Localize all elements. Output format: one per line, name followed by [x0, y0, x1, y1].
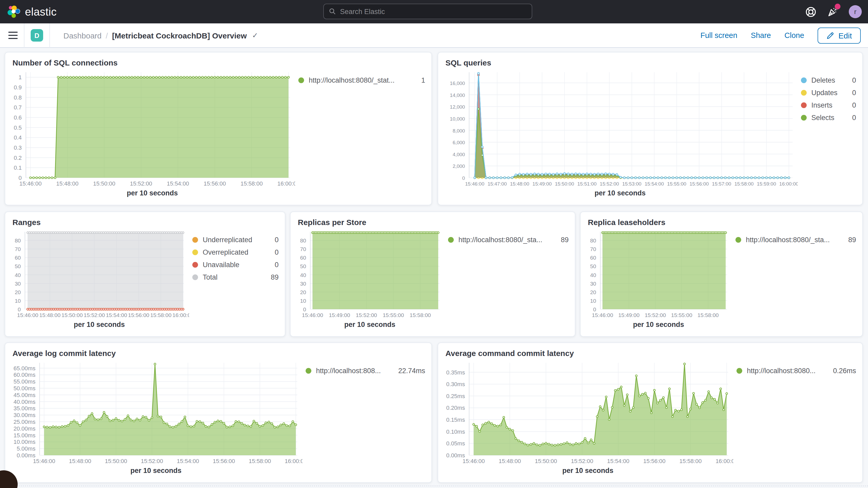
panel-average-command-commit-latency: Average command commit latency 0.00ms0.0… — [438, 342, 863, 483]
legend-label: http://localhost:8080/_stat... — [309, 77, 395, 84]
chart-legend: http://localhost:8080/_stat...1 — [295, 68, 425, 200]
svg-text:0.2: 0.2 — [14, 155, 22, 161]
legend-series-dot-icon — [298, 78, 304, 83]
svg-text:15:54:00: 15:54:00 — [106, 312, 127, 318]
svg-text:15.00ms: 15.00ms — [13, 432, 35, 439]
svg-text:15:54:00: 15:54:00 — [177, 458, 199, 464]
legend-value: 89 — [843, 236, 856, 244]
menu-icon[interactable] — [8, 32, 18, 39]
svg-text:15:48:00: 15:48:00 — [56, 180, 79, 187]
svg-text:40.00ms: 40.00ms — [13, 399, 35, 405]
global-search[interactable] — [323, 4, 532, 19]
svg-text:30: 30 — [300, 281, 306, 286]
panel-title[interactable]: SQL queries — [438, 53, 862, 68]
notifications-icon[interactable] — [827, 6, 838, 18]
legend-item[interactable]: Updates0 — [801, 89, 856, 97]
svg-text:0.3: 0.3 — [14, 145, 22, 151]
legend-item[interactable]: http://localhost:8080/_sta...89 — [448, 236, 569, 244]
legend-item[interactable]: http://localhost:8080/_stat...1 — [298, 77, 425, 84]
legend-item[interactable]: http://localhost:808...22.74ms — [306, 367, 425, 375]
legend-item[interactable]: Deletes0 — [801, 77, 856, 84]
user-avatar[interactable]: r — [849, 5, 862, 18]
svg-text:0.5: 0.5 — [14, 124, 22, 131]
svg-text:15:58:00: 15:58:00 — [735, 181, 754, 187]
edit-button[interactable]: Edit — [817, 27, 861, 43]
svg-text:15:48:00: 15:48:00 — [39, 312, 61, 318]
svg-text:15:46:00: 15:46:00 — [463, 458, 485, 464]
legend-item[interactable]: Selects0 — [801, 114, 856, 122]
svg-text:15:48:00: 15:48:00 — [510, 181, 529, 187]
x-axis-title: per 10 seconds — [9, 188, 295, 200]
panel-title[interactable]: Replicas per Store — [290, 212, 575, 227]
panel-title[interactable]: Replica leaseholders — [581, 212, 862, 227]
svg-text:20: 20 — [300, 289, 306, 295]
svg-text:10: 10 — [15, 298, 21, 304]
svg-text:15:48:00: 15:48:00 — [499, 458, 521, 464]
svg-text:12,000: 12,000 — [450, 104, 465, 110]
toolbar-actions: Full screen Share Clone Edit — [701, 27, 868, 43]
x-axis-title: per 10 seconds — [442, 466, 733, 477]
svg-text:70: 70 — [300, 246, 306, 252]
chart-ranges: 0102030405060708015:46:0015:48:0015:50:0… — [9, 227, 189, 319]
panel-title[interactable]: Average command commit latency — [438, 343, 862, 359]
svg-text:16,000: 16,000 — [450, 81, 465, 86]
top-right-controls: r — [805, 0, 862, 23]
svg-text:15:49:00: 15:49:00 — [329, 312, 350, 318]
legend-item[interactable]: Inserts0 — [801, 101, 856, 109]
legend-series-dot-icon — [736, 237, 741, 243]
svg-text:0.10ms: 0.10ms — [446, 428, 465, 435]
svg-text:16:00:00: 16:00:00 — [285, 458, 303, 464]
legend-value: 0 — [847, 114, 856, 122]
full-screen-button[interactable]: Full screen — [701, 31, 737, 39]
search-input[interactable] — [340, 7, 527, 15]
svg-text:15:53:00: 15:53:00 — [622, 181, 641, 187]
panel-title[interactable]: Average log commit latency — [5, 343, 431, 359]
svg-text:15:55:00: 15:55:00 — [667, 181, 686, 187]
svg-text:15:46:00: 15:46:00 — [33, 458, 55, 464]
panel-title[interactable]: Number of SQL connections — [5, 53, 431, 68]
svg-text:16:00:00: 16:00:00 — [173, 312, 189, 318]
legend-value: 22.74ms — [393, 367, 425, 375]
legend-item[interactable]: Underreplicated0 — [192, 236, 279, 244]
legend-label: Updates — [811, 89, 838, 97]
clone-button[interactable]: Clone — [784, 31, 804, 39]
legend-item[interactable]: Total89 — [192, 273, 279, 281]
svg-text:70: 70 — [590, 246, 596, 252]
legend-label: Unavailable — [203, 261, 239, 269]
chart-legend: http://localhost:8080...0.26ms — [733, 359, 856, 477]
breadcrumb-separator: / — [106, 31, 108, 40]
svg-text:30: 30 — [590, 281, 596, 286]
dashboard-app-badge[interactable]: D — [31, 29, 43, 41]
svg-text:30.00ms: 30.00ms — [13, 412, 35, 418]
breadcrumb-dashboard-link[interactable]: Dashboard — [63, 31, 102, 40]
svg-text:10: 10 — [300, 298, 306, 304]
chart-average-command-commit-latency: 0.00ms0.05ms0.10ms0.15ms0.20ms0.25ms0.30… — [442, 359, 733, 466]
svg-text:20: 20 — [590, 289, 596, 295]
legend-series-dot-icon — [306, 368, 311, 374]
chart-replica-leaseholders: 0102030405060708015:46:0015:49:0015:52:0… — [585, 227, 732, 319]
legend-item[interactable]: Unavailable0 — [192, 261, 279, 269]
svg-text:15:50:00: 15:50:00 — [93, 180, 115, 187]
svg-text:15:50:00: 15:50:00 — [62, 312, 83, 318]
svg-text:10,000: 10,000 — [450, 116, 465, 122]
legend-item[interactable]: Overreplicated0 — [192, 248, 279, 256]
svg-text:10: 10 — [590, 298, 596, 304]
legend-item[interactable]: http://localhost:8080/_sta...89 — [736, 236, 856, 244]
legend-item[interactable]: http://localhost:8080...0.26ms — [737, 367, 856, 375]
logo-wordmark: elastic — [25, 5, 57, 18]
elastic-logo[interactable]: elastic — [0, 5, 57, 19]
svg-text:15:54:00: 15:54:00 — [607, 458, 629, 464]
svg-text:15:52:00: 15:52:00 — [600, 181, 619, 187]
legend-value: 1 — [416, 77, 425, 84]
panel-title[interactable]: Ranges — [5, 212, 285, 227]
svg-text:15:54:00: 15:54:00 — [167, 180, 189, 187]
page-title[interactable]: [Metricbeat CockroachDB] Overview — [112, 31, 247, 40]
svg-text:0.8: 0.8 — [14, 94, 22, 101]
toolbar-divider — [24, 23, 24, 48]
share-button[interactable]: Share — [751, 31, 771, 39]
help-icon[interactable] — [805, 6, 816, 18]
svg-text:40: 40 — [15, 272, 21, 278]
svg-text:0.7: 0.7 — [14, 104, 22, 111]
svg-text:0: 0 — [18, 306, 21, 312]
svg-text:16:00:00: 16:00:00 — [277, 180, 295, 187]
